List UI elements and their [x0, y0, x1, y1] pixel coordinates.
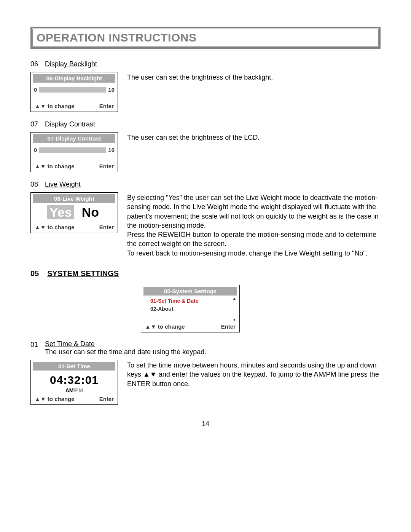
section-05-heading: 05 SYSTEM SETTINGS: [30, 269, 381, 278]
backlight-footer-right: Enter: [99, 103, 114, 109]
pm-label: /PM: [73, 387, 83, 393]
item-07-content: 07-Display Contrast 0 10 ▲▼ to change En…: [30, 132, 381, 172]
menu-cursor-icon: →: [143, 297, 149, 305]
page-number: 14: [30, 420, 381, 428]
time-display: 04:32:01: [31, 371, 118, 387]
menu-item-settime: 01-Set Time & Date: [150, 298, 199, 304]
page-title: OPERATION INSTRUCTIONS: [37, 31, 374, 44]
item-07-header: 07 Display Contrast: [30, 120, 381, 128]
backlight-bar: [39, 87, 106, 93]
lcd-system-settings: 05-System Settings → 01-Set Time & Date …: [141, 285, 240, 332]
contrast-bar: [39, 147, 106, 153]
settime-footer-right: Enter: [99, 396, 114, 402]
scroll-down-icon: ▼: [233, 318, 236, 322]
item-01-content: 01-Set Time 04:32:01 AM/PM ▲▼ to change …: [30, 360, 381, 405]
liveweight-yes: Yes: [47, 205, 74, 219]
time-hour-units-edit: 4: [57, 375, 64, 386]
scroll-up-icon: ▲: [233, 296, 236, 300]
lcd-settime-title: 01-Set Time: [33, 362, 115, 371]
item-08-desc-p2: Press the REWEIGH button to operate the …: [127, 231, 376, 248]
liveweight-no: No: [80, 205, 101, 219]
lcd-backlight-title: 06-Display Backlight: [33, 74, 115, 83]
item-07-label: Display Contrast: [45, 120, 95, 128]
liveweight-footer-right: Enter: [99, 224, 114, 230]
item-01-label: Set Time & Date: [45, 339, 95, 348]
time-rest: :32:01: [63, 374, 99, 386]
item-01-number: 01: [30, 340, 45, 349]
item-08-desc-p3: To revert back to motion-sensing mode, c…: [127, 249, 368, 257]
contrast-max: 10: [108, 147, 115, 153]
item-08-content: 08-Live Weight Yes No ▲▼ to change Enter…: [30, 192, 381, 258]
section-05-label: SYSTEM SETTINGS: [47, 269, 119, 278]
item-08-desc-p1: By selecting "Yes" the user can set the …: [127, 194, 379, 229]
backlight-min: 0: [34, 86, 37, 93]
lcd-backlight: 06-Display Backlight 0 10 ▲▼ to change E…: [30, 72, 118, 112]
item-08-number: 08: [30, 180, 45, 189]
item-08-label: Live Weight: [45, 180, 81, 189]
backlight-max: 10: [108, 86, 115, 93]
menu-item-about: 02-About: [150, 306, 174, 312]
item-08-header: 08 Live Weight: [30, 180, 381, 189]
item-07-number: 07: [30, 120, 45, 128]
lcd-contrast-title: 07-Display Contrast: [33, 134, 115, 143]
item-06-header: 06 Display Backlight: [30, 59, 381, 68]
item-01-intro: The user can set the time and date using…: [45, 348, 206, 356]
liveweight-footer-left: ▲▼ to change: [35, 224, 75, 230]
lcd-liveweight-title: 08-Live Weight: [33, 194, 115, 203]
system-footer-right: Enter: [221, 323, 236, 330]
lcd-settime: 01-Set Time 04:32:01 AM/PM ▲▼ to change …: [30, 360, 118, 405]
lcd-contrast: 07-Display Contrast 0 10 ▲▼ to change En…: [30, 132, 118, 172]
contrast-footer-left: ▲▼ to change: [35, 163, 75, 169]
item-06-number: 06: [30, 59, 45, 68]
contrast-footer-right: Enter: [99, 163, 114, 169]
item-06-content: 06-Display Backlight 0 10 ▲▼ to change E…: [30, 72, 381, 112]
item-01-desc: To set the time move between hours, minu…: [127, 360, 381, 388]
item-06-label: Display Backlight: [45, 59, 97, 68]
settime-footer-left: ▲▼ to change: [35, 396, 75, 402]
system-footer-left: ▲▼ to change: [145, 323, 185, 330]
item-01-header: 01 Set Time & Date The user can set the …: [30, 340, 381, 356]
backlight-footer-left: ▲▼ to change: [35, 103, 75, 109]
section-05-content: 05-System Settings → 01-Set Time & Date …: [30, 285, 381, 332]
item-06-desc: The user can set the brightness of the b…: [127, 72, 381, 82]
contrast-min: 0: [34, 147, 37, 153]
lcd-system-title: 05-System Settings: [143, 287, 237, 296]
time-hour-tens: 0: [50, 374, 57, 386]
item-07-desc: The user can set the brightness of the L…: [127, 132, 381, 142]
page-title-box: OPERATION INSTRUCTIONS: [30, 27, 381, 49]
ampm-row: AM/PM: [31, 387, 118, 393]
am-label: AM: [65, 387, 74, 393]
section-05-number: 05: [30, 269, 39, 278]
lcd-liveweight: 08-Live Weight Yes No ▲▼ to change Enter: [30, 192, 118, 233]
item-08-desc: By selecting "Yes" the user can set the …: [127, 192, 381, 258]
